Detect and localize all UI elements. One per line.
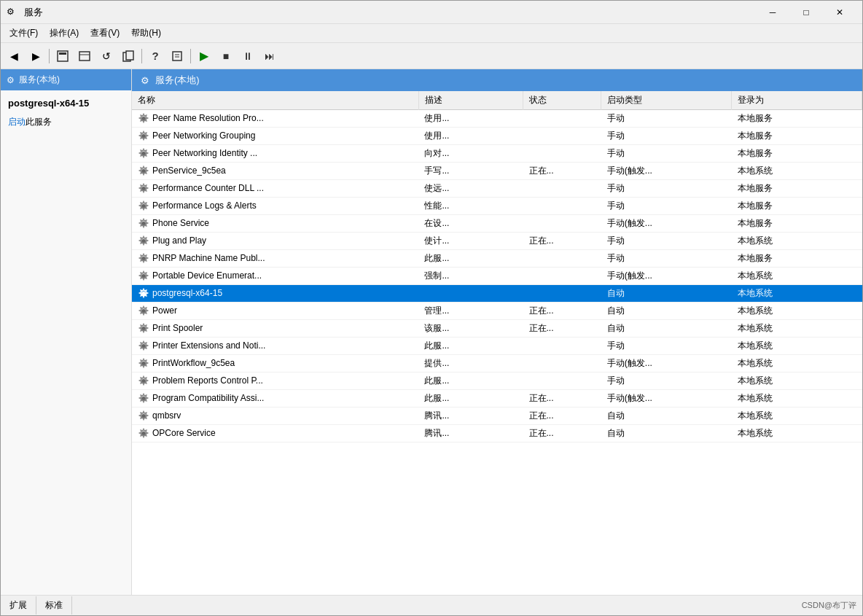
properties-button[interactable]	[167, 46, 187, 66]
cell-name: Program Compatibility Assi...	[132, 390, 418, 408]
tab-standard[interactable]: 标准	[36, 596, 72, 615]
cell-name: PNRP Machine Name Publ...	[132, 250, 418, 268]
col-header-status[interactable]: 状态	[523, 91, 601, 110]
table-row[interactable]: Peer Networking Grouping 使用... 手动 本地服务	[132, 128, 862, 145]
table-row[interactable]: Problem Reports Control P... 此服... 手动 本地…	[132, 373, 862, 390]
table-row[interactable]: qmbsrv 腾讯... 正在... 自动 本地系统	[132, 408, 862, 425]
main-window: ⚙ 服务 ─ □ ✕ 文件(F) 操作(A) 查看(V) 帮助(H) ◀ ▶	[0, 0, 863, 616]
table-row[interactable]: PenService_9c5ea 手写... 正在... 手动(触发... 本地…	[132, 163, 862, 180]
cell-name: PrintWorkflow_9c5ea	[132, 355, 418, 373]
cell-desc: 该服...	[418, 320, 523, 338]
export-button[interactable]	[118, 46, 138, 66]
table-row[interactable]: Peer Networking Identity ... 向对... 手动 本地…	[132, 145, 862, 163]
table-row[interactable]: Performance Logs & Alerts 性能... 手动 本地服务	[132, 198, 862, 215]
services-table-container[interactable]: 名称 描述 状态 启动类型 登录为 Peer Name Resolution P…	[132, 91, 862, 595]
title-bar-left: ⚙ 服务	[7, 6, 43, 19]
cell-desc: 此服...	[418, 338, 523, 355]
table-header-row: 名称 描述 状态 启动类型 登录为	[132, 91, 862, 110]
menu-action[interactable]: 操作(A)	[44, 26, 85, 41]
restart-service-button[interactable]: ⏭	[259, 46, 280, 66]
app-icon: ⚙	[7, 7, 18, 18]
cell-status	[523, 215, 601, 233]
menu-help[interactable]: 帮助(H)	[125, 26, 167, 41]
col-header-startup[interactable]: 启动类型	[601, 91, 732, 110]
forward-button[interactable]: ▶	[26, 46, 46, 66]
close-button[interactable]: ✕	[823, 1, 856, 24]
svg-rect-5	[126, 51, 133, 60]
table-row[interactable]: Portable Device Enumerat... 强制... 手动(触发.…	[132, 268, 862, 285]
cell-status	[523, 338, 601, 355]
selected-service-name: postgresql-x64-15	[8, 98, 124, 109]
gear-icon	[138, 235, 149, 247]
cell-name: Plug and Play	[132, 233, 418, 250]
cell-desc: 使计...	[418, 233, 523, 250]
cell-startup: 手动	[601, 233, 732, 250]
menu-file[interactable]: 文件(F)	[4, 26, 44, 41]
help-button[interactable]: ?	[145, 46, 165, 66]
cell-name: PenService_9c5ea	[132, 163, 418, 180]
cell-name: Phone Service	[132, 215, 418, 233]
main-area: ⚙ 服务(本地) postgresql-x64-15 启动此服务 ⚙ 服务(本地…	[1, 69, 862, 595]
export-icon	[122, 50, 134, 62]
cell-startup: 自动	[601, 408, 732, 425]
cell-status	[523, 128, 601, 145]
table-row[interactable]: Peer Name Resolution Pro... 使用... 手动 本地服…	[132, 110, 862, 128]
svg-rect-6	[173, 52, 181, 61]
cell-status	[523, 250, 601, 268]
start-service-link[interactable]: 启动	[8, 117, 26, 127]
window-title: 服务	[24, 6, 43, 19]
cell-login: 本地服务	[732, 110, 862, 128]
cell-status	[523, 180, 601, 198]
minimize-button[interactable]: ─	[756, 1, 789, 24]
table-row[interactable]: OPCore Service 腾讯... 正在... 自动 本地系统	[132, 425, 862, 442]
col-header-desc[interactable]: 描述	[418, 91, 523, 110]
table-row[interactable]: Plug and Play 使计... 正在... 手动 本地系统	[132, 233, 862, 250]
cell-login: 本地系统	[732, 390, 862, 408]
table-row[interactable]: Power 管理... 正在... 自动 本地系统	[132, 303, 862, 320]
cell-startup: 自动	[601, 320, 732, 338]
view-button[interactable]	[74, 46, 95, 66]
back-button[interactable]: ◀	[4, 46, 24, 66]
table-row[interactable]: Print Spooler 该服... 正在... 自动 本地系统	[132, 320, 862, 338]
menu-view[interactable]: 查看(V)	[85, 26, 125, 41]
toolbar-separator-2	[141, 49, 142, 63]
table-row[interactable]: postgresql-x64-15 自动 本地系统	[132, 285, 862, 303]
cell-name: Print Spooler	[132, 320, 418, 338]
cell-login: 本地服务	[732, 128, 862, 145]
table-row[interactable]: PNRP Machine Name Publ... 此服... 手动 本地服务	[132, 250, 862, 268]
table-row[interactable]: Printer Extensions and Noti... 此服... 手动 …	[132, 338, 862, 355]
cell-login: 本地系统	[732, 268, 862, 285]
col-header-name[interactable]: 名称	[132, 91, 418, 110]
pause-service-button[interactable]: ⏸	[238, 46, 258, 66]
cell-desc: 腾讯...	[418, 425, 523, 442]
table-row[interactable]: PrintWorkflow_9c5ea 提供... 手动(触发... 本地系统	[132, 355, 862, 373]
cell-startup: 手动	[601, 110, 732, 128]
start-service-button[interactable]: ▶	[194, 46, 214, 66]
gear-icon	[138, 428, 149, 440]
cell-startup: 手动	[601, 338, 732, 355]
gear-icon	[138, 113, 149, 125]
sidebar-content: postgresql-x64-15 启动此服务	[1, 90, 131, 595]
tab-expand[interactable]: 扩展	[1, 596, 36, 615]
stop-service-button[interactable]: ■	[216, 46, 236, 66]
cell-startup: 手动(触发...	[601, 390, 732, 408]
col-header-login[interactable]: 登录为	[732, 91, 862, 110]
cell-login: 本地服务	[732, 145, 862, 163]
cell-login: 本地系统	[732, 320, 862, 338]
cell-status: 正在...	[523, 425, 601, 442]
show-scope-button[interactable]	[52, 46, 73, 66]
maximize-button[interactable]: □	[789, 1, 823, 24]
table-row[interactable]: Program Compatibility Assi... 此服... 正在..…	[132, 390, 862, 408]
cell-name: OPCore Service	[132, 425, 418, 442]
table-row[interactable]: Phone Service 在设... 手动(触发... 本地服务	[132, 215, 862, 233]
cell-status: 正在...	[523, 303, 601, 320]
cell-startup: 自动	[601, 303, 732, 320]
cell-login: 本地系统	[732, 425, 862, 442]
refresh-button[interactable]: ↺	[96, 46, 117, 66]
toolbar-separator-3	[190, 49, 191, 63]
gear-icon	[138, 130, 149, 142]
cell-status	[523, 198, 601, 215]
svg-rect-1	[59, 52, 66, 55]
cell-startup: 手动(触发...	[601, 215, 732, 233]
table-row[interactable]: Performance Counter DLL ... 使远... 手动 本地服…	[132, 180, 862, 198]
